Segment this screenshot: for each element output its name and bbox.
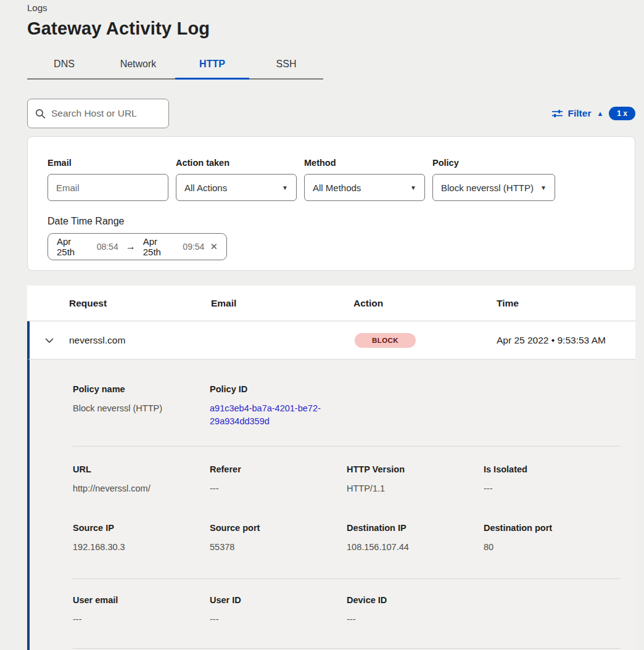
source-ip-value: 192.168.30.3 bbox=[73, 541, 210, 554]
url-value: http://neverssl.com/ bbox=[73, 482, 210, 495]
search-box bbox=[27, 99, 169, 128]
table-header-row: Request Email Action Time bbox=[27, 286, 635, 321]
device-id-value: --- bbox=[347, 613, 484, 626]
detail-policy-id: Policy ID a91c3eb4-ba7a-4201-be72-29a934… bbox=[210, 384, 347, 428]
daterange-end-time[interactable]: 09:54 bbox=[183, 242, 204, 252]
search-input[interactable] bbox=[51, 108, 161, 119]
activity-log-table: Request Email Action Time neverssl.com B… bbox=[27, 286, 635, 650]
page-title: Gateway Activity Log bbox=[27, 19, 635, 39]
destination-port-value: 80 bbox=[484, 541, 621, 554]
user-email-label: User email bbox=[73, 595, 210, 605]
arrow-right-icon: → bbox=[126, 241, 136, 252]
tab-network[interactable]: Network bbox=[101, 52, 175, 78]
row-detail-panel: Policy name Block neverssl (HTTP) Policy… bbox=[27, 360, 635, 650]
method-filter-select[interactable]: All Methods ▼ bbox=[304, 174, 425, 201]
action-filter-select[interactable]: All Actions ▼ bbox=[176, 174, 297, 201]
source-ip-label: Source IP bbox=[73, 523, 210, 533]
method-filter-value: All Methods bbox=[313, 183, 361, 193]
http-version-label: HTTP Version bbox=[347, 464, 484, 474]
detail-user-id: User ID --- bbox=[210, 595, 347, 626]
user-id-label: User ID bbox=[210, 595, 347, 605]
tab-ssh[interactable]: SSH bbox=[249, 52, 323, 78]
column-header-request: Request bbox=[69, 298, 211, 309]
column-header-email: Email bbox=[211, 298, 353, 309]
url-label: URL bbox=[73, 464, 210, 474]
daterange-end-date[interactable]: Apr 25th bbox=[143, 236, 178, 257]
daterange-start-date[interactable]: Apr 25th bbox=[57, 236, 91, 257]
referer-value: --- bbox=[210, 482, 347, 495]
method-filter-label: Method bbox=[304, 158, 425, 168]
daterange-control[interactable]: Apr 25th 08:54 → Apr 25th 09:54 ✕ bbox=[47, 233, 227, 260]
is-isolated-label: Is Isolated bbox=[484, 464, 621, 474]
detail-destination-ip: Destination IP 108.156.107.44 bbox=[347, 523, 484, 554]
search-icon bbox=[35, 109, 46, 119]
detail-url: URL http://neverssl.com/ bbox=[73, 464, 210, 495]
detail-destination-port: Destination port 80 bbox=[484, 523, 621, 554]
tab-dns[interactable]: DNS bbox=[27, 52, 101, 78]
policy-filter-label: Policy bbox=[432, 158, 555, 168]
filter-panel: Email Action taken All Actions ▼ Method … bbox=[27, 136, 635, 271]
detail-device-id: Device ID --- bbox=[347, 595, 484, 626]
table-row[interactable]: neverssl.com BLOCK Apr 25 2022 • 9:53:53… bbox=[27, 321, 635, 360]
detail-user-email: User email --- bbox=[73, 595, 210, 626]
policy-name-label: Policy name bbox=[73, 384, 210, 394]
action-block-badge: BLOCK bbox=[355, 333, 416, 348]
chevron-down-icon: ▼ bbox=[410, 184, 416, 191]
daterange-label: Date Time Range bbox=[47, 216, 615, 227]
user-id-value: --- bbox=[210, 613, 347, 626]
clear-daterange-icon[interactable]: ✕ bbox=[210, 241, 218, 252]
chevron-up-icon[interactable]: ▲ bbox=[597, 110, 603, 117]
row-request: neverssl.com bbox=[69, 335, 211, 346]
detail-policy-name: Policy name Block neverssl (HTTP) bbox=[73, 384, 210, 428]
policy-filter-select[interactable]: Block neverssl (HTTP) ▼ bbox=[432, 174, 555, 201]
is-isolated-value: --- bbox=[484, 482, 621, 495]
detail-http-version: HTTP Version HTTP/1.1 bbox=[347, 464, 484, 495]
referer-label: Referer bbox=[210, 464, 347, 474]
http-version-value: HTTP/1.1 bbox=[347, 482, 484, 495]
filter-toggle-button[interactable]: Filter bbox=[568, 108, 592, 119]
filter-sliders-icon[interactable] bbox=[552, 109, 563, 118]
policy-id-label: Policy ID bbox=[210, 384, 347, 394]
email-filter-label: Email bbox=[47, 158, 168, 168]
source-port-value: 55378 bbox=[210, 541, 347, 554]
detail-referer: Referer --- bbox=[210, 464, 347, 495]
action-filter-value: All Actions bbox=[184, 183, 227, 193]
email-filter-input[interactable] bbox=[56, 183, 160, 193]
filter-count-badge[interactable]: 1 x bbox=[609, 107, 635, 120]
chevron-down-icon: ▼ bbox=[282, 184, 288, 191]
destination-ip-label: Destination IP bbox=[347, 523, 484, 533]
tab-http[interactable]: HTTP bbox=[175, 52, 249, 78]
destination-ip-value: 108.156.107.44 bbox=[347, 541, 484, 554]
daterange-start-time[interactable]: 08:54 bbox=[97, 242, 118, 252]
row-time: Apr 25 2022 • 9:53:53 AM bbox=[497, 335, 635, 346]
destination-port-label: Destination port bbox=[484, 523, 621, 533]
action-filter-label: Action taken bbox=[176, 158, 297, 168]
policy-id-link[interactable]: a91c3eb4-ba7a-4201-be72-29a934dd359d bbox=[210, 402, 328, 428]
breadcrumb[interactable]: Logs bbox=[27, 0, 635, 13]
detail-source-ip: Source IP 192.168.30.3 bbox=[73, 523, 210, 554]
policy-name-value: Block neverssl (HTTP) bbox=[73, 402, 210, 415]
column-header-action: Action bbox=[353, 298, 497, 309]
log-type-tabs: DNS Network HTTP SSH bbox=[27, 52, 323, 80]
detail-is-isolated: Is Isolated --- bbox=[484, 464, 621, 495]
device-id-label: Device ID bbox=[347, 595, 484, 605]
source-port-label: Source port bbox=[210, 523, 347, 533]
column-header-time: Time bbox=[497, 298, 635, 309]
user-email-value: --- bbox=[73, 613, 210, 626]
detail-source-port: Source port 55378 bbox=[210, 523, 347, 554]
row-expand-chevron-icon[interactable] bbox=[30, 337, 69, 344]
chevron-down-icon: ▼ bbox=[540, 184, 547, 191]
policy-filter-value: Block neverssl (HTTP) bbox=[441, 183, 534, 193]
